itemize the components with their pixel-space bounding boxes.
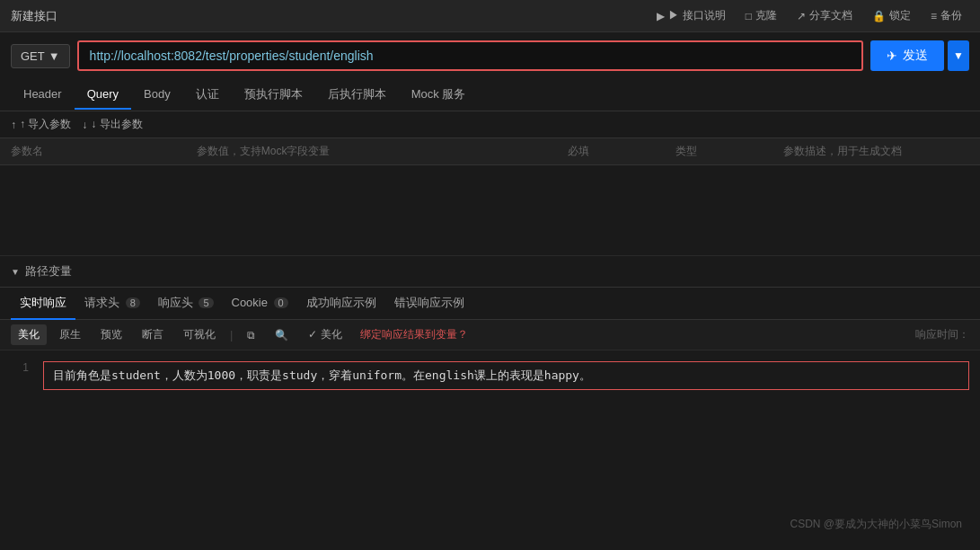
path-variable-section[interactable]: ▼ 路径变量 <box>0 255 980 287</box>
beautify-action-button[interactable]: ✓ 美化 <box>301 324 349 345</box>
response-section: 实时响应 请求头 8 响应头 5 Cookie 0 成功响应示例 错误响应示例 … <box>0 287 980 401</box>
col-type: 类型 <box>675 144 783 159</box>
tab-auth[interactable]: 认证 <box>183 79 232 111</box>
lock-button[interactable]: 🔒 锁定 <box>865 5 918 26</box>
col-param-name: 参数名 <box>11 144 197 159</box>
send-group: ✈ 发送 ▼ <box>870 40 969 71</box>
send-label: 发送 <box>903 48 928 64</box>
beautify-button[interactable]: 美化 <box>11 324 47 345</box>
url-bar: GET ▼ ✈ 发送 ▼ <box>0 32 980 79</box>
response-toolbar: 美化 原生 预览 断言 可视化 | ⧉ 🔍 ✓ 美化 绑定响应结果到变量？ 响应… <box>0 320 980 350</box>
send-dropdown-button[interactable]: ▼ <box>948 40 969 71</box>
download-icon: ↓ <box>82 119 87 131</box>
raw-button[interactable]: 原生 <box>52 324 88 345</box>
response-content: 1 目前角色是student，人数为1000，职责是study，穿着unifor… <box>0 350 980 401</box>
col-description: 参数描述，用于生成文档 <box>783 144 969 159</box>
tab-pre-script[interactable]: 预执行脚本 <box>232 79 315 111</box>
request-headers-badge: 8 <box>126 297 140 308</box>
toolbar-divider: | <box>230 328 233 342</box>
bind-response-link[interactable]: 绑定响应结果到变量？ <box>360 327 468 342</box>
line-number: 1 <box>11 361 29 374</box>
watermark: CSDN @要成为大神的小菜鸟Simon <box>790 517 962 532</box>
copy-icon: ⧉ <box>247 329 255 342</box>
response-time: 响应时间： <box>915 327 969 342</box>
search-icon: 🔍 <box>275 329 288 342</box>
tab-error-example[interactable]: 错误响应示例 <box>385 288 473 320</box>
request-tab-bar: Header Query Body 认证 预执行脚本 后执行脚本 Mock 服务 <box>0 79 980 111</box>
tab-success-example[interactable]: 成功响应示例 <box>297 288 385 320</box>
import-params-button[interactable]: ↑ ↑ 导入参数 <box>11 117 71 132</box>
cookie-badge: 0 <box>274 297 288 308</box>
tab-realtime-response[interactable]: 实时响应 <box>11 288 75 320</box>
response-text: 目前角色是student，人数为1000，职责是study，穿着uniform。… <box>43 361 969 390</box>
method-label: GET <box>21 49 45 63</box>
visualize-button[interactable]: 可视化 <box>176 324 223 345</box>
preview-button[interactable]: 预览 <box>93 324 129 345</box>
tab-request-headers[interactable]: 请求头 8 <box>75 288 149 320</box>
tab-cookie[interactable]: Cookie 0 <box>223 288 297 318</box>
col-required: 必填 <box>568 144 675 159</box>
tab-query[interactable]: Query <box>75 80 131 110</box>
upload-icon: ↑ <box>11 119 16 131</box>
tab-post-script[interactable]: 后执行脚本 <box>315 79 399 111</box>
main-content: ▼ 路径变量 <box>0 165 980 287</box>
tab-body[interactable]: Body <box>131 80 183 110</box>
tab-header[interactable]: Header <box>11 80 75 110</box>
top-bar: 新建接口 ▶ ▶ 接口说明 □ 克隆 ↗ 分享文档 🔒 锁定 ≡ 备份 <box>0 0 980 32</box>
export-params-button[interactable]: ↓ ↓ 导出参数 <box>82 117 142 132</box>
path-variable-label: 路径变量 <box>25 263 72 279</box>
chevron-down-icon: ▼ <box>953 49 964 62</box>
clone-button[interactable]: □ 克隆 <box>738 5 784 26</box>
copy-button[interactable]: ⧉ <box>240 326 262 344</box>
response-tab-bar: 实时响应 请求头 8 响应头 5 Cookie 0 成功响应示例 错误响应示例 <box>0 288 980 320</box>
chevron-down-icon: ▼ <box>11 267 20 277</box>
send-button[interactable]: ✈ 发送 <box>870 40 944 71</box>
assert-button[interactable]: 断言 <box>135 324 171 345</box>
window-title: 新建接口 <box>11 8 57 24</box>
url-input[interactable] <box>77 40 864 71</box>
share-doc-button[interactable]: ↗ 分享文档 <box>790 5 860 26</box>
method-select[interactable]: GET ▼ <box>11 44 70 68</box>
tab-response-headers[interactable]: 响应头 5 <box>149 288 223 320</box>
chevron-down-icon: ▼ <box>49 49 60 63</box>
param-toolbar: ↑ ↑ 导入参数 ↓ ↓ 导出参数 <box>0 111 980 138</box>
top-bar-actions: ▶ ▶ 接口说明 □ 克隆 ↗ 分享文档 🔒 锁定 ≡ 备份 <box>649 5 969 26</box>
col-param-value: 参数值，支持Mock字段变量 <box>197 144 569 159</box>
response-line: 1 目前角色是student，人数为1000，职责是study，穿着unifor… <box>11 358 969 394</box>
search-button[interactable]: 🔍 <box>268 326 296 344</box>
backup-button[interactable]: ≡ 备份 <box>923 5 969 26</box>
params-table-header: 参数名 参数值，支持Mock字段变量 必填 类型 参数描述，用于生成文档 <box>0 138 980 165</box>
interface-desc-button[interactable]: ▶ ▶ 接口说明 <box>649 5 732 26</box>
tab-mock[interactable]: Mock 服务 <box>399 79 479 111</box>
send-icon: ✈ <box>887 49 897 63</box>
response-headers-badge: 5 <box>199 297 213 308</box>
